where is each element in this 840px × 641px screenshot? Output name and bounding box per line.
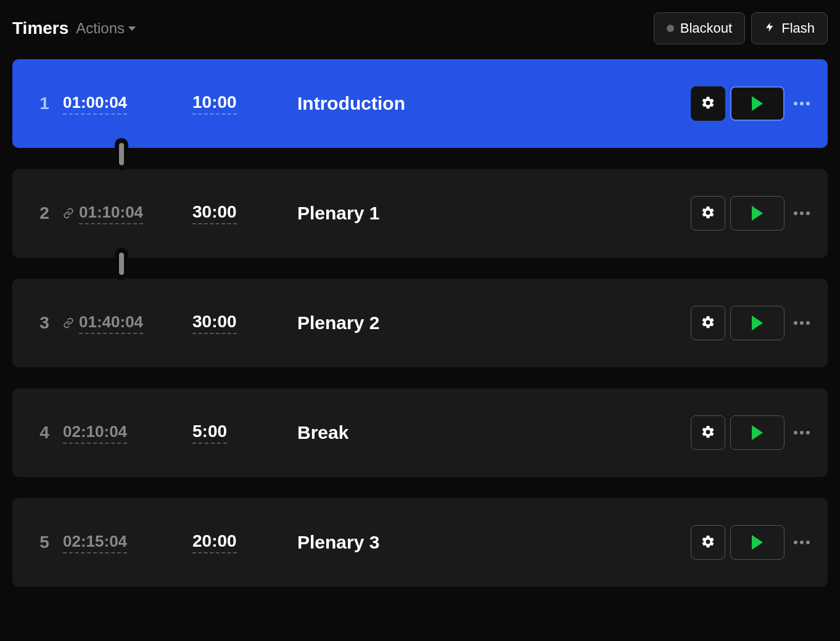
link-icon bbox=[63, 317, 74, 329]
gear-icon bbox=[701, 205, 715, 222]
link-connector[interactable] bbox=[115, 138, 128, 170]
more-button[interactable] bbox=[789, 306, 814, 340]
more-icon bbox=[794, 431, 810, 435]
settings-button[interactable] bbox=[691, 196, 725, 231]
timer-name[interactable]: Plenary 1 bbox=[297, 203, 691, 224]
row-actions bbox=[691, 196, 814, 231]
timer-start-time[interactable]: 02:10:04 bbox=[63, 422, 192, 444]
play-icon bbox=[752, 535, 763, 550]
timer-index: 2 bbox=[26, 203, 63, 223]
dot-icon bbox=[667, 25, 674, 32]
more-button[interactable] bbox=[789, 196, 814, 231]
timer-name[interactable]: Plenary 3 bbox=[297, 532, 691, 553]
start-time-value: 01:00:04 bbox=[63, 93, 127, 115]
more-icon bbox=[794, 102, 810, 105]
timer-start-time[interactable]: 01:40:04 bbox=[63, 312, 192, 334]
more-button[interactable] bbox=[789, 86, 814, 121]
start-time-value: 02:10:04 bbox=[63, 422, 127, 444]
blackout-button[interactable]: Blackout bbox=[654, 12, 745, 44]
start-time-value: 02:15:04 bbox=[63, 532, 127, 553]
timer-duration[interactable]: 30:00 bbox=[192, 202, 237, 224]
timer-index: 5 bbox=[26, 533, 63, 552]
timers-list: 1 01:00:04 10:00 Introduction 2 01:10:04… bbox=[12, 59, 828, 608]
play-icon bbox=[752, 96, 763, 111]
timer-duration[interactable]: 30:00 bbox=[192, 312, 237, 334]
timer-duration[interactable]: 5:00 bbox=[192, 422, 227, 444]
timer-start-time[interactable]: 02:15:04 bbox=[63, 532, 192, 553]
gear-icon bbox=[701, 425, 715, 441]
timer-row[interactable]: 1 01:00:04 10:00 Introduction bbox=[12, 59, 828, 148]
play-button[interactable] bbox=[730, 86, 784, 121]
gear-icon bbox=[701, 96, 715, 112]
more-button[interactable] bbox=[789, 415, 814, 450]
timer-duration[interactable]: 20:00 bbox=[192, 531, 237, 553]
link-connector[interactable] bbox=[115, 248, 128, 280]
timer-start-time[interactable]: 01:00:04 bbox=[63, 93, 192, 115]
settings-button[interactable] bbox=[691, 306, 725, 340]
gear-icon bbox=[701, 534, 715, 551]
row-actions bbox=[691, 86, 814, 121]
timer-name[interactable]: Break bbox=[297, 422, 691, 443]
caret-down-icon bbox=[128, 27, 136, 31]
more-icon bbox=[794, 541, 810, 544]
start-time-value: 01:40:04 bbox=[79, 312, 143, 334]
blackout-label: Blackout bbox=[680, 20, 732, 36]
timer-row[interactable]: 4 02:10:04 5:00 Break bbox=[12, 388, 828, 477]
gear-icon bbox=[701, 315, 715, 332]
timer-row[interactable]: 5 02:15:04 20:00 Plenary 3 bbox=[12, 498, 828, 587]
timer-name[interactable]: Introduction bbox=[297, 93, 691, 114]
start-time-value: 01:10:04 bbox=[79, 203, 143, 224]
timer-index: 3 bbox=[26, 313, 63, 333]
play-icon bbox=[752, 316, 763, 330]
more-icon bbox=[794, 211, 810, 215]
play-icon bbox=[752, 425, 763, 440]
row-actions bbox=[691, 415, 814, 450]
timer-name[interactable]: Plenary 2 bbox=[297, 312, 691, 333]
play-button[interactable] bbox=[730, 525, 784, 560]
more-button[interactable] bbox=[789, 525, 814, 560]
timer-row[interactable]: 3 01:40:04 30:00 Plenary 2 bbox=[12, 279, 828, 367]
timer-start-time[interactable]: 01:10:04 bbox=[63, 203, 192, 224]
header-left: Timers Actions bbox=[12, 18, 136, 38]
actions-dropdown[interactable]: Actions bbox=[76, 20, 136, 37]
row-actions bbox=[691, 306, 814, 340]
page-title: Timers bbox=[12, 18, 68, 38]
actions-label: Actions bbox=[76, 20, 125, 37]
row-actions bbox=[691, 525, 814, 560]
play-button[interactable] bbox=[730, 415, 784, 450]
timer-duration[interactable]: 10:00 bbox=[192, 92, 237, 115]
header-right: Blackout Flash bbox=[654, 12, 828, 44]
settings-button[interactable] bbox=[691, 415, 725, 450]
play-icon bbox=[752, 206, 763, 221]
play-button[interactable] bbox=[730, 196, 784, 231]
flash-label: Flash bbox=[781, 20, 815, 36]
header: Timers Actions Blackout Flash bbox=[12, 12, 828, 44]
flash-button[interactable]: Flash bbox=[751, 12, 828, 44]
settings-button[interactable] bbox=[691, 86, 725, 121]
timer-index: 1 bbox=[26, 94, 63, 113]
play-button[interactable] bbox=[730, 306, 784, 340]
more-icon bbox=[794, 321, 810, 325]
timer-index: 4 bbox=[26, 423, 63, 443]
link-icon bbox=[63, 208, 74, 219]
settings-button[interactable] bbox=[691, 525, 725, 560]
timer-row[interactable]: 2 01:10:04 30:00 Plenary 1 bbox=[12, 169, 828, 258]
lightning-icon bbox=[764, 22, 775, 36]
